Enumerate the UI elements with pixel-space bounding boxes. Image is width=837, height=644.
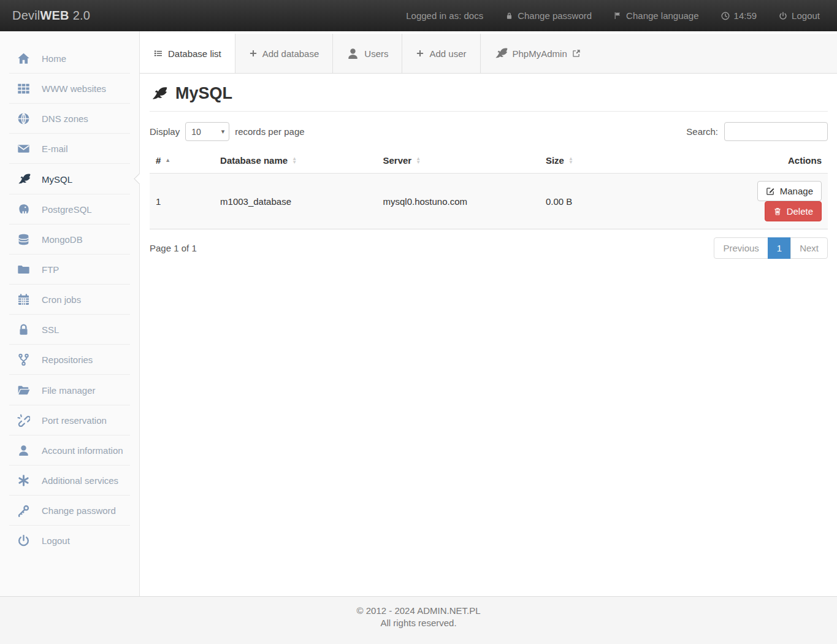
top-navbar: DevilWEB2.0 Logged in as: docs Change pa… xyxy=(0,0,837,31)
sidebar-item-label: File manager xyxy=(42,385,96,396)
tab-database-list[interactable]: Database list xyxy=(140,34,235,73)
mysql-bird-icon xyxy=(494,47,508,60)
plus-icon xyxy=(249,49,258,58)
delete-button[interactable]: Delete xyxy=(765,201,822,221)
column-header-size[interactable]: Size▲▼ xyxy=(540,149,702,174)
display-label: Display xyxy=(150,126,180,137)
sidebar-item-label: PostgreSQL xyxy=(42,204,92,215)
database-cylinder-icon xyxy=(17,233,33,246)
pagination-page-1[interactable]: 1 xyxy=(768,237,791,259)
page-footer: © 2012 - 2024 ADMIN.NET.PL All rights re… xyxy=(0,597,837,629)
column-header-server[interactable]: Server▲▼ xyxy=(377,149,540,174)
trash-icon xyxy=(773,207,782,216)
power-icon xyxy=(779,12,787,20)
folder-open-icon xyxy=(17,383,33,397)
tab-add-database[interactable]: Add database xyxy=(235,34,333,73)
sidebar-item-label: E-mail xyxy=(42,144,68,154)
sidebar-item-label: Repositories xyxy=(42,355,93,365)
sidebar-item-e-mail[interactable]: E-mail xyxy=(9,134,130,164)
sidebar-item-label: MongoDB xyxy=(42,234,83,245)
sidebar-item-dns-zones[interactable]: DNS zones xyxy=(9,104,130,134)
sidebar-item-label: Cron jobs xyxy=(42,294,81,305)
mysql-bird-icon xyxy=(151,85,167,102)
sidebar-item-repositories[interactable]: Repositories xyxy=(9,345,130,375)
lock-icon xyxy=(17,323,33,336)
plus-icon xyxy=(416,49,424,58)
tab-bar-filler xyxy=(594,34,837,73)
envelope-icon xyxy=(17,142,33,155)
logged-in-as: Logged in as: docs xyxy=(406,10,483,21)
flag-icon xyxy=(614,12,622,20)
sort-both-icon: ▲▼ xyxy=(568,157,573,164)
user-icon xyxy=(17,444,33,457)
cell-actions: ManageDelete xyxy=(702,174,828,229)
sidebar-item-label: FTP xyxy=(42,264,59,275)
cell-num: 1 xyxy=(150,174,214,229)
pagination-previous[interactable]: Previous xyxy=(714,237,768,259)
tab-bar: Database listAdd databaseUsersAdd userPh… xyxy=(140,34,837,74)
sidebar-item-home[interactable]: Home xyxy=(9,44,130,74)
tab-phpmyadmin[interactable]: PhpMyAdmin xyxy=(480,34,594,73)
sidebar-item-label: Port reservation xyxy=(42,415,107,426)
sidebar-item-change-password[interactable]: Change password xyxy=(9,496,130,526)
sort-both-icon: ▲▼ xyxy=(416,157,421,164)
server-time: 14:59 xyxy=(721,10,757,21)
sidebar-item-cron-jobs[interactable]: Cron jobs xyxy=(9,285,130,315)
sidebar-item-www-websites[interactable]: WWW websites xyxy=(9,74,130,104)
app-logo: DevilWEB2.0 xyxy=(12,9,90,23)
column-label: Actions xyxy=(788,155,822,166)
tab-label: Add database xyxy=(262,48,319,59)
sidebar-item-mysql[interactable]: MySQL xyxy=(9,164,130,194)
edit-icon xyxy=(766,186,775,196)
sidebar-item-label: DNS zones xyxy=(42,113,88,124)
tab-users[interactable]: Users xyxy=(332,34,402,73)
change-language-link[interactable]: Change language xyxy=(614,10,698,21)
folder-icon xyxy=(17,263,33,276)
sidebar-item-additional-services[interactable]: Additional services xyxy=(9,466,130,496)
main-panel: Database listAdd databaseUsersAdd userPh… xyxy=(140,31,837,596)
clock-icon xyxy=(721,12,730,20)
page-size-select[interactable]: 10 xyxy=(185,122,229,141)
copyright-text: © 2012 - 2024 ADMIN.NET.PL xyxy=(0,605,837,617)
column-header-[interactable]: #▲ xyxy=(150,149,214,174)
sidebar-item-file-manager[interactable]: File manager xyxy=(9,375,130,405)
asterisk-icon xyxy=(17,474,33,487)
sidebar: HomeWWW websitesDNS zonesE-mailMySQLPost… xyxy=(0,31,140,596)
column-label: # xyxy=(156,155,161,166)
sidebar-item-logout[interactable]: Logout xyxy=(9,526,130,555)
column-header-actions: Actions xyxy=(702,149,828,174)
logout-link[interactable]: Logout xyxy=(779,10,820,21)
page-info: Page 1 of 1 xyxy=(150,243,197,253)
column-label: Server xyxy=(383,155,412,166)
column-header-database-name[interactable]: Database name▲▼ xyxy=(214,149,376,174)
search-input[interactable] xyxy=(724,122,828,141)
power-icon xyxy=(17,534,33,547)
sidebar-item-label: Change password xyxy=(42,505,116,516)
calendar-icon xyxy=(17,293,33,306)
sidebar-item-postgresql[interactable]: PostgreSQL xyxy=(9,194,130,224)
sidebar-item-port-reservation[interactable]: Port reservation xyxy=(9,405,130,435)
sidebar-item-ftp[interactable]: FTP xyxy=(9,255,130,285)
tab-add-user[interactable]: Add user xyxy=(402,34,480,73)
sort-ascending-icon: ▲ xyxy=(165,158,170,163)
column-label: Database name xyxy=(220,155,288,166)
home-icon xyxy=(17,52,33,65)
external-link-icon xyxy=(572,49,581,58)
sidebar-item-ssl[interactable]: SSL xyxy=(9,315,130,345)
sidebar-item-label: SSL xyxy=(42,324,59,335)
sidebar-item-label: WWW websites xyxy=(42,83,106,94)
sidebar-item-mongodb[interactable]: MongoDB xyxy=(9,224,130,255)
change-password-link[interactable]: Change password xyxy=(505,10,592,21)
sidebar-item-label: Account information xyxy=(42,445,123,456)
chain-broken-icon xyxy=(17,414,33,427)
pagination-next[interactable]: Next xyxy=(790,237,828,259)
search-label: Search: xyxy=(686,126,718,137)
tab-label: Database list xyxy=(168,48,221,59)
cell-size: 0.00 B xyxy=(540,174,702,229)
table-row: 1m1003_databasemysql0.hostuno.com0.00 BM… xyxy=(150,174,828,229)
sidebar-item-label: Home xyxy=(42,53,66,64)
manage-button[interactable]: Manage xyxy=(757,181,822,201)
sidebar-item-account-information[interactable]: Account information xyxy=(9,435,130,466)
grid-icon xyxy=(17,82,33,95)
mysql-bird-icon xyxy=(17,172,33,186)
